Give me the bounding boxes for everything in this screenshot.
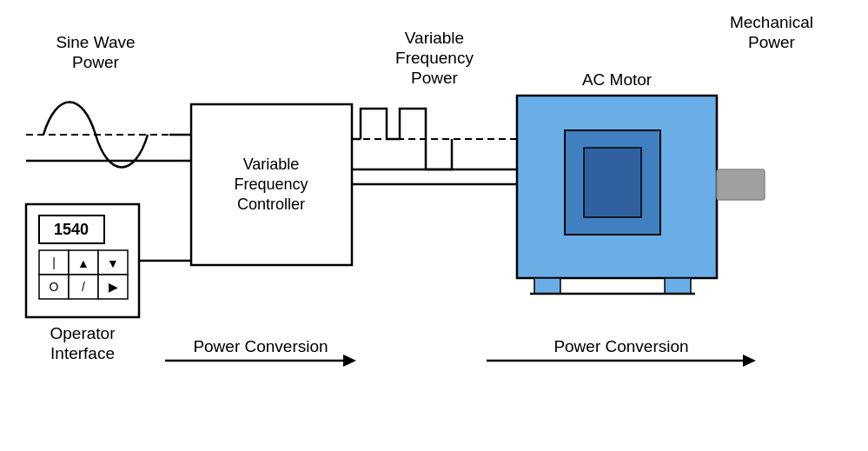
ac-motor-label: AC Motor	[582, 70, 653, 89]
btn-bar: |	[52, 255, 56, 269]
mech-label2: Power	[748, 33, 796, 51]
vfc-label3: Controller	[237, 196, 305, 213]
mech-label1: Mechanical	[730, 13, 813, 31]
svg-rect-24	[665, 278, 691, 294]
btn-up: ▲	[77, 256, 89, 270]
btn-slash: /	[82, 280, 85, 294]
btn-play: ▶	[109, 280, 118, 294]
btn-down: ▼	[107, 256, 119, 270]
svg-rect-21	[584, 148, 641, 217]
vfp-label3: Power	[411, 69, 459, 87]
svg-rect-22	[717, 169, 765, 200]
vfp-label2: Frequency	[395, 49, 474, 67]
arrow1-head	[343, 355, 356, 367]
vfc-label2: Frequency	[234, 176, 308, 193]
sine-wave-label: Sine Wave	[56, 33, 135, 51]
sine-wave-label2: Power	[72, 53, 120, 71]
vfp-label1: Variable	[405, 29, 464, 47]
op-iface-label2: Interface	[50, 344, 115, 362]
pc1-label: Power Conversion	[193, 337, 328, 355]
diagram: 1540 | ▲ ▼ O / ▶	[0, 0, 868, 451]
arrow2-head	[743, 355, 756, 367]
display-value: 1540	[54, 221, 89, 238]
svg-rect-23	[534, 278, 560, 294]
vfc-label1: Variable	[243, 156, 300, 173]
pc2-label: Power Conversion	[553, 337, 688, 355]
op-iface-label1: Operator	[50, 324, 116, 342]
btn-circle: O	[50, 280, 59, 294]
